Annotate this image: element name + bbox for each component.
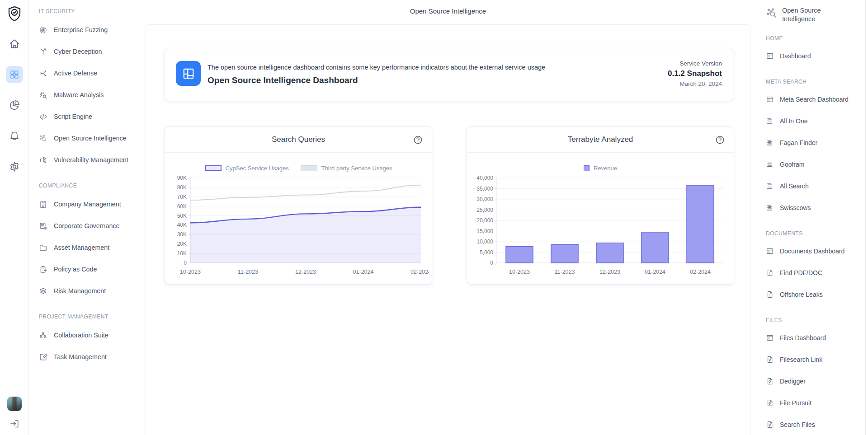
nav-item-policy-as-code[interactable]: Policy as Code xyxy=(39,258,146,280)
nav-item-dashboard[interactable]: Dashboard xyxy=(766,45,864,67)
svg-text:01-2024: 01-2024 xyxy=(353,269,374,275)
nav-item-task-management[interactable]: Task Management xyxy=(39,346,146,368)
nav-item-label: Cyber Deception xyxy=(54,48,102,55)
nav-item-find-pdf-doc[interactable]: Find PDF/DOC xyxy=(766,262,864,284)
svg-text:60K: 60K xyxy=(177,203,187,210)
svg-text:0: 0 xyxy=(490,260,493,266)
nav-item-label: Malware Analysis xyxy=(54,91,104,98)
nav-item-label: Filesearch Link xyxy=(780,356,822,363)
nav-item-label: Search Files xyxy=(780,421,815,428)
svg-text:50K: 50K xyxy=(177,213,187,219)
terrabyte-analyzed-chart: 05,00010,00015,00020,00025,00030,00035,0… xyxy=(472,173,731,282)
target-icon xyxy=(39,26,47,34)
layout-icon xyxy=(176,61,201,86)
legend-item-cypsec-service-usages[interactable]: CypSec Service Usages xyxy=(205,165,289,172)
nav-item-script-engine[interactable]: Script Engine xyxy=(39,106,146,127)
terrabyte-analyzed-card: Terrabyte Analyzed Revenue 05,00010,0001… xyxy=(467,126,734,285)
nav-item-corporate-governance[interactable]: Corporate Governance xyxy=(39,215,146,237)
svg-text:20K: 20K xyxy=(177,241,187,247)
nav-section-label-it-security: IT SECURITY xyxy=(39,8,146,14)
legend-label: Revenue xyxy=(594,165,617,172)
nav-section-label-files: FILES xyxy=(766,317,864,323)
nav-item-open-source-intelligence[interactable]: Open Source Intelligence xyxy=(39,127,146,149)
nav-item-meta-search-dashboard[interactable]: Meta Search Dashboard xyxy=(766,89,864,110)
svg-text:02-2024: 02-2024 xyxy=(690,269,711,275)
svg-text:35,000: 35,000 xyxy=(476,186,493,192)
nav-item-goofram[interactable]: Goofram xyxy=(766,154,864,175)
nav-item-documents-dashboard[interactable]: Documents Dashboard xyxy=(766,240,864,262)
svg-text:40K: 40K xyxy=(177,222,187,228)
chart-title: Search Queries xyxy=(272,135,325,144)
user-avatar[interactable] xyxy=(7,397,22,411)
dashboard-icon xyxy=(766,52,774,60)
legend-label: Third party Service Usages xyxy=(321,165,392,172)
home-icon[interactable] xyxy=(9,38,20,50)
nav-item-label: Collaboration Suite xyxy=(54,332,108,339)
nav-item-company-management[interactable]: Company Management xyxy=(39,193,146,215)
dashboard-icon xyxy=(766,247,774,255)
nav-item-label: Active Defense xyxy=(54,70,97,77)
nav-item-search-files[interactable]: Search Files xyxy=(766,414,864,435)
dashboard-title: Open Source Intelligence Dashboard xyxy=(208,75,358,85)
nav-item-cyber-deception[interactable]: Cyber Deception xyxy=(39,41,146,62)
nav-item-file-pursuit[interactable]: File Pursuit xyxy=(766,392,864,414)
grid-icon-active[interactable] xyxy=(6,66,23,83)
nav-item-label: Corporate Governance xyxy=(54,222,119,229)
branch-icon xyxy=(39,47,47,56)
nav-item-malware-analysis[interactable]: Malware Analysis xyxy=(39,84,146,106)
nav-item-enterprise-fuzzing[interactable]: Enterprise Fuzzing xyxy=(39,19,146,41)
nav-item-label: Task Management xyxy=(54,353,107,360)
nav-section-label-documents: DOCUMENTS xyxy=(766,230,864,237)
network-search-icon xyxy=(766,7,778,19)
legend-item-revenue[interactable]: Revenue xyxy=(584,165,617,172)
svg-text:80K: 80K xyxy=(177,184,187,191)
bell-icon[interactable] xyxy=(9,130,20,142)
help-icon[interactable] xyxy=(413,135,423,145)
svg-text:11-2023: 11-2023 xyxy=(555,269,575,275)
nav-item-files-dashboard[interactable]: Files Dashboard xyxy=(766,327,864,349)
chart-legend: Revenue xyxy=(467,165,734,172)
list-gear-icon xyxy=(39,222,47,230)
right-sidebar-header: Open Source Intelligence xyxy=(766,6,864,23)
nav-item-risk-management[interactable]: Risk Management xyxy=(39,280,146,302)
help-icon[interactable] xyxy=(715,135,725,145)
svg-text:70K: 70K xyxy=(177,194,187,200)
nav-item-all-in-one[interactable]: All In One xyxy=(766,110,864,132)
nav-item-label: Risk Management xyxy=(54,287,106,295)
nav-item-vulnerability-management[interactable]: Vulnerability Management xyxy=(39,149,146,171)
svg-text:10K: 10K xyxy=(177,250,187,257)
edit-square-icon xyxy=(39,353,47,361)
svg-text:12-2023: 12-2023 xyxy=(599,269,620,275)
svg-text:0: 0 xyxy=(184,260,187,266)
nav-section-label-meta-search: META SEARCH xyxy=(766,79,864,85)
legend-item-third-party-service-usages[interactable]: Third party Service Usages xyxy=(301,165,392,172)
nav-item-collaboration-suite[interactable]: Collaboration Suite xyxy=(39,324,146,346)
nav-item-asset-management[interactable]: Asset Management xyxy=(39,237,146,258)
svg-text:10-2023: 10-2023 xyxy=(509,269,530,275)
nav-item-label: Documents Dashboard xyxy=(780,248,844,255)
document-icon xyxy=(766,290,774,299)
nav-item-offshore-leaks[interactable]: Offshore Leaks xyxy=(766,284,864,305)
gear-icon[interactable] xyxy=(9,161,20,173)
nav-item-swisscows[interactable]: Swisscows xyxy=(766,197,864,219)
nav-item-dedigger[interactable]: Dedigger xyxy=(766,370,864,392)
legend-swatch xyxy=(584,165,590,171)
dashboard-icon xyxy=(766,95,774,103)
nav-item-filesearch-link[interactable]: Filesearch Link xyxy=(766,349,864,370)
chart-legend: CypSec Service UsagesThird party Service… xyxy=(165,165,432,172)
nav-item-all-search[interactable]: All Search xyxy=(766,175,864,197)
legend-swatch xyxy=(301,165,317,171)
nav-item-label: File Pursuit xyxy=(780,399,811,407)
search-queries-card: Search Queries CypSec Service UsagesThir… xyxy=(165,126,432,285)
logout-icon[interactable] xyxy=(9,418,20,429)
nav-item-fagan-finder[interactable]: Fagan Finder xyxy=(766,132,864,154)
nav-item-active-defense[interactable]: Active Defense xyxy=(39,62,146,84)
right-sidebar-title: Open Source Intelligence xyxy=(782,6,832,23)
file-search-icon xyxy=(766,377,774,385)
svg-text:11-2023: 11-2023 xyxy=(238,269,258,275)
pie-chart-icon[interactable] xyxy=(9,99,20,111)
code-icon xyxy=(39,112,47,121)
svg-text:01-2024: 01-2024 xyxy=(645,269,665,275)
nav-item-label: Policy as Code xyxy=(54,266,97,273)
service-version-label: Service Version xyxy=(668,60,722,67)
